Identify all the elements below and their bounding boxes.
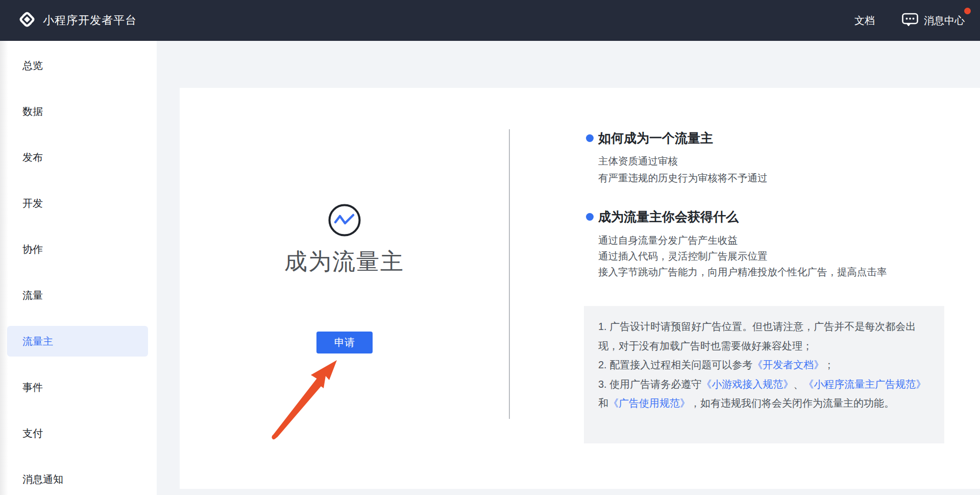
sidebar-item-payment[interactable]: 支付 xyxy=(7,418,148,449)
body-line: 有严重违规的历史行为审核将不予通过 xyxy=(598,170,768,186)
section-benefits: 成为流量主你会获得什么 xyxy=(584,208,739,225)
section-benefits-body: 通过自身流量分发广告产生收益 通过插入代码，灵活控制广告展示位置 接入字节跳动广… xyxy=(598,232,887,280)
page-title: 成为流量主 xyxy=(180,246,509,277)
sidebar-item-events[interactable]: 事件 xyxy=(7,372,148,403)
sidebar-item-develop[interactable]: 开发 xyxy=(7,188,148,219)
unread-badge xyxy=(964,8,971,14)
blue-dot-icon xyxy=(586,213,594,221)
notice-box: 1. 广告设计时请预留好广告位置。但也请注意，广告并不是每次都会出现，对于没有加… xyxy=(584,306,944,443)
developer-docs-link[interactable]: 《开发者文档》 xyxy=(752,359,824,370)
notice-line-2: 2. 配置接入过程相关问题可以参考《开发者文档》； xyxy=(598,356,930,375)
section-how-to-become: 如何成为一个流量主 xyxy=(584,129,713,147)
message-bubble-icon xyxy=(901,11,919,30)
notice-text: 3. 使用广告请务必遵守 xyxy=(598,379,701,390)
content-area: 小程序列表 › 成为流量主 申请 xyxy=(157,41,980,495)
sidebar-item-data[interactable]: 数据 xyxy=(7,96,148,127)
topbar-actions: 文档 消息中心 xyxy=(854,11,965,30)
section-heading: 如何成为一个流量主 xyxy=(598,129,713,147)
sidebar-item-overview[interactable]: 总览 xyxy=(7,50,148,81)
notice-text: 和 xyxy=(598,397,608,409)
minigame-access-spec-link[interactable]: 《小游戏接入规范》 xyxy=(701,379,793,390)
notice-text: ，如有违规我们将会关闭作为流量主的功能。 xyxy=(690,397,894,409)
sidebar-item-collaboration[interactable]: 协作 xyxy=(7,234,148,265)
platform-logo-icon xyxy=(17,10,37,31)
top-nav-bar: 小程序开发者平台 文档 消息中心 xyxy=(0,0,980,41)
body-line: 接入字节跳动广告能力，向用户精准投放个性化广告，提高点击率 xyxy=(598,264,887,280)
notice-text: 、 xyxy=(793,379,803,390)
traffic-owner-card: 成为流量主 申请 如何成为一个流量主 xyxy=(180,88,980,489)
trend-chart-icon xyxy=(328,203,361,237)
apply-panel: 成为流量主 申请 xyxy=(180,88,509,489)
annotation-arrow-icon xyxy=(266,353,348,440)
body-line: 通过自身流量分发广告产生收益 xyxy=(598,232,887,248)
vertical-divider xyxy=(509,129,510,419)
notice-text: ； xyxy=(824,359,834,370)
notice-line-3: 3. 使用广告请务必遵守《小游戏接入规范》、《小程序流量主广告规范》和《广告使用… xyxy=(598,375,930,413)
body-line: 通过插入代码，灵活控制广告展示位置 xyxy=(598,248,887,264)
platform-brand[interactable]: 小程序开发者平台 xyxy=(17,10,137,31)
sidebar-item-notifications[interactable]: 消息通知 xyxy=(7,464,148,494)
ad-usage-spec-link[interactable]: 《广告使用规范》 xyxy=(608,397,690,409)
notice-line-1: 1. 广告设计时请预留好广告位置。但也请注意，广告并不是每次都会出现，对于没有加… xyxy=(598,317,930,356)
section-heading: 成为流量主你会获得什么 xyxy=(598,208,739,225)
sidebar-nav: 总览 数据 发布 开发 协作 流量 流量主 事件 支付 消息通知 xyxy=(0,41,157,495)
sidebar-item-publish[interactable]: 发布 xyxy=(7,142,148,173)
message-center-label: 消息中心 xyxy=(924,14,965,28)
notice-text: 1. 广告设计时请预留好广告位置。但也请注意，广告并不是每次都会出现，对于没有加… xyxy=(598,321,916,351)
message-center-link[interactable]: 消息中心 xyxy=(901,11,965,30)
apply-button[interactable]: 申请 xyxy=(316,332,373,353)
body-line: 主体资质通过审核 xyxy=(598,153,768,170)
section-how-to-become-body: 主体资质通过审核 有严重违规的历史行为审核将不予通过 xyxy=(598,153,768,186)
platform-title: 小程序开发者平台 xyxy=(43,13,137,28)
docs-link[interactable]: 文档 xyxy=(854,14,875,28)
miniapp-ad-spec-link[interactable]: 《小程序流量主广告规范》 xyxy=(803,379,926,390)
blue-dot-icon xyxy=(586,134,594,142)
sidebar-item-traffic[interactable]: 流量 xyxy=(7,280,148,311)
notice-text: 2. 配置接入过程相关问题可以参考 xyxy=(598,359,752,370)
sidebar-item-traffic-owner[interactable]: 流量主 xyxy=(7,326,148,357)
app-window: 小程序开发者平台 文档 消息中心 总览 数据 xyxy=(0,0,980,495)
